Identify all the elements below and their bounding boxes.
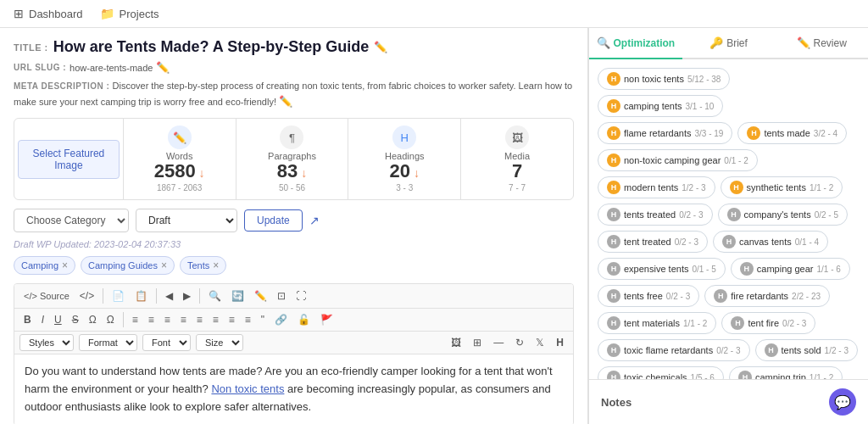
image-btn[interactable]: 🖼 (447, 334, 465, 351)
keyword-tag[interactable]: Htents free 0/2 - 3 (598, 285, 699, 307)
expand-btn[interactable]: ⛶ (292, 287, 310, 304)
keyword-tag[interactable]: Hcamping gear 1/1 - 6 (731, 258, 850, 280)
keyword-tag[interactable]: Hnon-toxic camping gear 0/1 - 2 (598, 149, 758, 171)
keyword-score: 0/1 - 5 (692, 265, 715, 274)
keyword-dot: H (607, 99, 620, 113)
keyword-dot: H (607, 126, 620, 140)
keyword-tag[interactable]: Htent fire 0/2 - 3 (721, 312, 815, 334)
editor-link[interactable]: Non toxic tents (211, 382, 284, 395)
flag-btn[interactable]: 🚩 (316, 311, 337, 328)
keyword-tag[interactable]: Htents made 3/2 - 4 (737, 122, 847, 144)
heading-btn[interactable]: H (552, 334, 568, 351)
keyword-tag[interactable]: Hcamping trip 1/1 - 2 (729, 366, 843, 379)
external-link-icon[interactable]: ↗ (309, 214, 320, 227)
rotate-btn[interactable]: ↻ (511, 334, 528, 351)
table-btn[interactable]: ⊞ (469, 334, 486, 351)
special-char2-btn[interactable]: Ω (103, 311, 119, 328)
italic-btn[interactable]: I (37, 311, 48, 328)
keyword-tag[interactable]: Htents treated 0/2 - 3 (598, 204, 713, 226)
nav-dashboard[interactable]: ⊞ Dashboard (14, 7, 83, 20)
align-justify-btn[interactable]: ≡ (176, 311, 191, 328)
update-button[interactable]: Update (244, 209, 303, 232)
keyword-tag[interactable]: Htoxic flame retardants 0/2 - 3 (598, 339, 750, 361)
align-right-btn[interactable]: ≡ (160, 311, 175, 328)
keyword-tag[interactable]: Hmodern tents 1/2 - 3 (598, 176, 715, 198)
dashboard-icon: ⊞ (14, 7, 24, 20)
keyword-tag[interactable]: Hflame retardants 3/3 - 19 (598, 122, 732, 144)
tab-brief[interactable]: 🔑Brief (682, 28, 776, 59)
url-edit-icon[interactable]: ✏️ (156, 61, 170, 74)
tab-review[interactable]: ✏️Review (775, 28, 868, 59)
tag-remove[interactable]: × (213, 259, 219, 271)
stats-row: Select Featured Image ✏️ Words 2580 ↓ 18… (14, 118, 574, 200)
headings-range: 3 - 3 (396, 183, 413, 192)
keyword-score: 1/5 - 6 (691, 373, 715, 380)
blockquote-btn[interactable]: " (257, 311, 269, 328)
keyword-score: 0/2 - 3 (782, 319, 806, 328)
special-char-btn[interactable]: Ω (85, 311, 101, 328)
unlink-btn[interactable]: 🔓 (293, 311, 314, 328)
outdent-btn[interactable]: ≡ (241, 311, 255, 328)
code-btn[interactable]: </> (75, 287, 98, 304)
keyword-tag[interactable]: Htoxic chemicals 1/5 - 6 (598, 366, 724, 379)
status-select[interactable]: Draft Published Pending (136, 209, 237, 232)
keyword-tag[interactable]: Hcamping tents 3/1 - 10 (598, 95, 723, 117)
keyword-tag[interactable]: Hfire retardants 2/2 - 23 (704, 285, 830, 307)
stat-media: 🖼 Media 7 7 - 7 (461, 119, 573, 199)
list-ul-btn[interactable]: ≡ (209, 311, 223, 328)
link-btn[interactable]: 🔗 (270, 311, 292, 328)
keyword-tag[interactable]: Hcompany's tents 0/2 - 5 (718, 204, 849, 226)
indent-btn[interactable]: ≡ (225, 311, 239, 328)
new-doc-btn[interactable]: 📄 (108, 287, 129, 304)
chat-button[interactable]: 💬 (829, 388, 856, 416)
title-edit-icon[interactable]: ✏️ (374, 41, 387, 53)
keyword-score: 0/2 - 3 (675, 237, 698, 247)
paste-btn[interactable]: 📋 (131, 287, 152, 304)
grid-btn[interactable]: ⊡ (273, 287, 290, 304)
underline-btn[interactable]: U (50, 311, 66, 328)
align-center-btn[interactable]: ≡ (144, 311, 159, 328)
list-ol-btn[interactable]: ≡ (192, 311, 207, 328)
tag-camping-guides: Camping Guides× (81, 256, 175, 275)
tag-remove[interactable]: × (161, 259, 167, 271)
refresh-btn[interactable]: 🔄 (227, 287, 248, 304)
nav-projects[interactable]: 📁 Projects (100, 7, 159, 20)
meta-edit-icon[interactable]: ✏️ (279, 95, 292, 108)
tag-remove[interactable]: × (62, 259, 68, 271)
keyword-tag[interactable]: Hnon toxic tents 5/12 - 38 (598, 68, 730, 90)
keyword-dot: H (607, 153, 620, 167)
keyword-dot: H (747, 126, 760, 140)
keyword-tag[interactable]: Hcanvas tents 0/1 - 4 (713, 231, 828, 253)
keyword-text: tents sold (782, 345, 821, 355)
keyword-text: tents made (764, 128, 810, 138)
size-dropdown[interactable]: Size (196, 334, 243, 351)
redo-btn[interactable]: ▶ (179, 287, 195, 304)
category-select[interactable]: Choose Category (14, 209, 129, 232)
source-btn[interactable]: </> Source (19, 288, 74, 304)
hr-btn[interactable]: — (489, 334, 508, 351)
keyword-tag[interactable]: Hsynthetic tents 1/1 - 2 (721, 176, 843, 198)
font-dropdown[interactable]: Font (142, 334, 191, 351)
strikethrough-btn[interactable]: S (68, 311, 83, 328)
tab-optimization[interactable]: 🔍Optimization (589, 28, 682, 59)
zoom-out-btn[interactable]: 🔍 (204, 287, 225, 304)
twitter-btn[interactable]: 𝕏 (531, 334, 548, 351)
format-dropdown[interactable]: Format (79, 334, 137, 351)
title-label: TITLE : (14, 42, 48, 53)
undo-btn[interactable]: ◀ (161, 287, 177, 304)
keyword-tag[interactable]: Htent treated 0/2 - 3 (598, 231, 708, 253)
editor-content[interactable]: Do you want to understand how tents are … (14, 354, 573, 424)
styles-dropdown[interactable]: Styles (19, 334, 74, 351)
featured-image-button[interactable]: Select Featured Image (18, 140, 120, 179)
keyword-tag[interactable]: Htents sold 1/2 - 3 (755, 339, 858, 361)
keyword-tag[interactable]: Htent materials 1/1 - 2 (598, 312, 716, 334)
edit-btn[interactable]: ✏️ (250, 287, 271, 304)
draft-updated: WP Updated: 2023-02-04 20:37:33 (36, 239, 181, 249)
keyword-tag[interactable]: Hexpensive tents 0/1 - 5 (598, 258, 726, 280)
keyword-dot: H (727, 208, 741, 221)
words-value: 2580 ↓ (154, 161, 205, 181)
bold-btn[interactable]: B (19, 311, 36, 328)
page-title: How are Tents Made? A Step-by-Step Guide (53, 38, 369, 56)
keyword-text: camping trip (755, 372, 806, 379)
align-left-btn[interactable]: ≡ (128, 311, 142, 328)
